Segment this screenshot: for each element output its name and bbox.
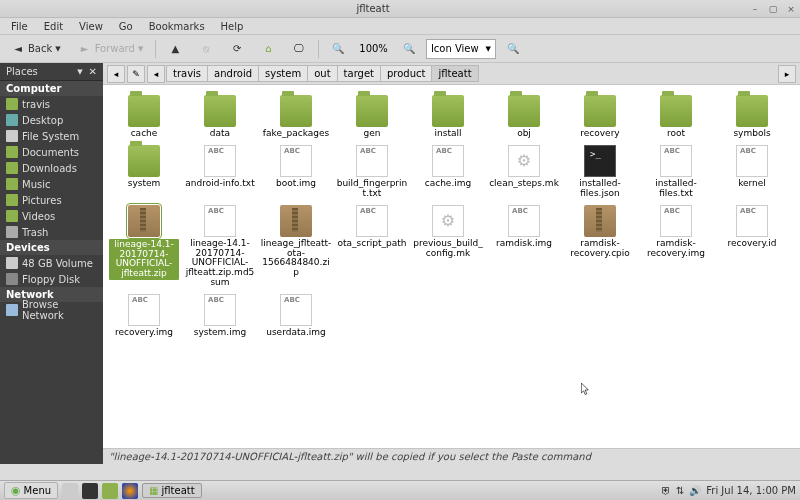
breadcrumb-product[interactable]: product bbox=[380, 65, 432, 82]
menu-file[interactable]: File bbox=[4, 20, 35, 33]
file-item[interactable]: ramdisk-recovery.cpio bbox=[563, 203, 637, 290]
forward-icon: ► bbox=[78, 42, 92, 56]
path-nav-right-button[interactable]: ▸ bbox=[778, 65, 796, 83]
sidebar-item-48-gb-volume[interactable]: 48 GB Volume bbox=[0, 255, 103, 271]
menu-edit[interactable]: Edit bbox=[37, 20, 70, 33]
file-item[interactable]: recovery.img bbox=[107, 292, 181, 340]
start-menu-button[interactable]: ◉ Menu bbox=[4, 482, 58, 499]
menubar: FileEditViewGoBookmarksHelp bbox=[0, 18, 800, 35]
network-icon[interactable]: ⇅ bbox=[676, 485, 684, 496]
file-item[interactable]: fake_packages bbox=[259, 93, 333, 141]
sidebar-item-pictures[interactable]: Pictures bbox=[0, 192, 103, 208]
sidebar-item-documents[interactable]: Documents bbox=[0, 144, 103, 160]
file-item[interactable]: installed-files.json bbox=[563, 143, 637, 201]
file-item[interactable]: ota_script_path bbox=[335, 203, 409, 290]
window-minimize-button[interactable]: – bbox=[748, 2, 762, 16]
sidebar-item-music[interactable]: Music bbox=[0, 176, 103, 192]
sidebar-item-file-system[interactable]: File System bbox=[0, 128, 103, 144]
computer-button[interactable]: 🖵 bbox=[285, 39, 313, 59]
file-item[interactable]: data bbox=[183, 93, 257, 141]
menu-bookmarks[interactable]: Bookmarks bbox=[142, 20, 212, 33]
file-item[interactable]: system bbox=[107, 143, 181, 201]
file-item[interactable]: recovery bbox=[563, 93, 637, 141]
file-item[interactable]: lineage-14.1-20170714-UNOFFICIAL-jflteat… bbox=[107, 203, 181, 290]
file-item[interactable]: system.img bbox=[183, 292, 257, 340]
bin-icon bbox=[736, 145, 768, 177]
file-item[interactable]: lineage_jflteatt-ota-1566484840.zip bbox=[259, 203, 333, 290]
forward-button[interactable]: ► Forward ▼ bbox=[71, 39, 151, 59]
taskbar-task-jflteatt[interactable]: ▦ jflteatt bbox=[142, 483, 202, 498]
file-item[interactable]: symbols bbox=[715, 93, 789, 141]
terminal-launcher-icon[interactable] bbox=[82, 483, 98, 499]
sidebar-item-trash[interactable]: Trash bbox=[0, 224, 103, 240]
folder-icon bbox=[584, 95, 616, 127]
sidebar-item-videos[interactable]: Videos bbox=[0, 208, 103, 224]
cursor-icon bbox=[581, 383, 591, 397]
sidebar-item-downloads[interactable]: Downloads bbox=[0, 160, 103, 176]
file-label: boot.img bbox=[276, 179, 316, 189]
zoom-icon-button[interactable]: 🔍 bbox=[324, 39, 352, 59]
zoom-in-button[interactable]: 🔍 bbox=[395, 39, 423, 59]
file-item[interactable]: ⚙clean_steps.mk bbox=[487, 143, 561, 201]
file-item[interactable]: boot.img bbox=[259, 143, 333, 201]
folder-icon bbox=[6, 146, 18, 158]
path-nav-left-button[interactable]: ◂ bbox=[147, 65, 165, 83]
file-item[interactable]: cache bbox=[107, 93, 181, 141]
chevron-down-icon[interactable]: ▼ bbox=[77, 68, 82, 76]
menu-help[interactable]: Help bbox=[214, 20, 251, 33]
file-item[interactable]: kernel bbox=[715, 143, 789, 201]
breadcrumb-system[interactable]: system bbox=[258, 65, 308, 82]
breadcrumb-android[interactable]: android bbox=[207, 65, 259, 82]
file-item[interactable]: build_fingerprint.txt bbox=[335, 143, 409, 201]
show-desktop-button[interactable] bbox=[62, 483, 78, 499]
breadcrumb-out[interactable]: out bbox=[307, 65, 337, 82]
path-edit-button[interactable]: ✎ bbox=[127, 65, 145, 83]
zip-icon bbox=[128, 205, 160, 237]
file-item[interactable]: install bbox=[411, 93, 485, 141]
back-button[interactable]: ◄ Back ▼ bbox=[4, 39, 68, 59]
home-button[interactable]: ⌂ bbox=[254, 39, 282, 59]
file-label: ramdisk-recovery.img bbox=[641, 239, 711, 259]
breadcrumb-travis[interactable]: travis bbox=[166, 65, 208, 82]
file-item[interactable]: ⚙previous_build_config.mk bbox=[411, 203, 485, 290]
breadcrumb-target[interactable]: target bbox=[337, 65, 381, 82]
drive-icon bbox=[6, 257, 18, 269]
path-back-button[interactable]: ◂ bbox=[107, 65, 125, 83]
menu-go[interactable]: Go bbox=[112, 20, 140, 33]
file-item[interactable]: lineage-14.1-20170714-UNOFFICIAL-jflteat… bbox=[183, 203, 257, 290]
up-button[interactable]: ▲ bbox=[161, 39, 189, 59]
stop-icon: ⦸ bbox=[199, 42, 213, 56]
search-button[interactable]: 🔍 bbox=[499, 39, 527, 59]
file-item[interactable]: gen bbox=[335, 93, 409, 141]
firefox-launcher-icon[interactable] bbox=[122, 483, 138, 499]
text-icon bbox=[660, 145, 692, 177]
file-item[interactable]: userdata.img bbox=[259, 292, 333, 340]
sidebar-item-floppy-disk[interactable]: Floppy Disk bbox=[0, 271, 103, 287]
volume-icon[interactable]: 🔊 bbox=[689, 485, 701, 496]
files-launcher-icon[interactable] bbox=[102, 483, 118, 499]
window-title: jflteatt bbox=[0, 3, 746, 14]
file-item[interactable]: obj bbox=[487, 93, 561, 141]
file-item[interactable]: ramdisk-recovery.img bbox=[639, 203, 713, 290]
file-item[interactable]: ramdisk.img bbox=[487, 203, 561, 290]
window-maximize-button[interactable]: ▢ bbox=[766, 2, 780, 16]
view-mode-select[interactable]: Icon View ▼ bbox=[426, 39, 496, 59]
gear-icon: ⚙ bbox=[508, 145, 540, 177]
shield-icon[interactable]: ⛨ bbox=[661, 485, 671, 496]
reload-button[interactable]: ⟳ bbox=[223, 39, 251, 59]
computer-icon: 🖵 bbox=[292, 42, 306, 56]
sidebar-item-desktop[interactable]: Desktop bbox=[0, 112, 103, 128]
clock[interactable]: Fri Jul 14, 1:00 PM bbox=[706, 485, 796, 496]
sidebar-item-browse-network[interactable]: Browse Network bbox=[0, 302, 103, 318]
file-item[interactable]: root bbox=[639, 93, 713, 141]
file-item[interactable]: cache.img bbox=[411, 143, 485, 201]
sidebar-close-icon[interactable]: ✕ bbox=[89, 66, 97, 77]
file-item[interactable]: android-info.txt bbox=[183, 143, 257, 201]
file-item[interactable]: recovery.id bbox=[715, 203, 789, 290]
sidebar-item-travis[interactable]: travis bbox=[0, 96, 103, 112]
window-close-button[interactable]: × bbox=[784, 2, 798, 16]
menu-view[interactable]: View bbox=[72, 20, 110, 33]
breadcrumb-jflteatt[interactable]: jflteatt bbox=[431, 65, 478, 82]
file-item[interactable]: installed-files.txt bbox=[639, 143, 713, 201]
icon-view[interactable]: cachedatafake_packagesgeninstallobjrecov… bbox=[103, 85, 800, 448]
